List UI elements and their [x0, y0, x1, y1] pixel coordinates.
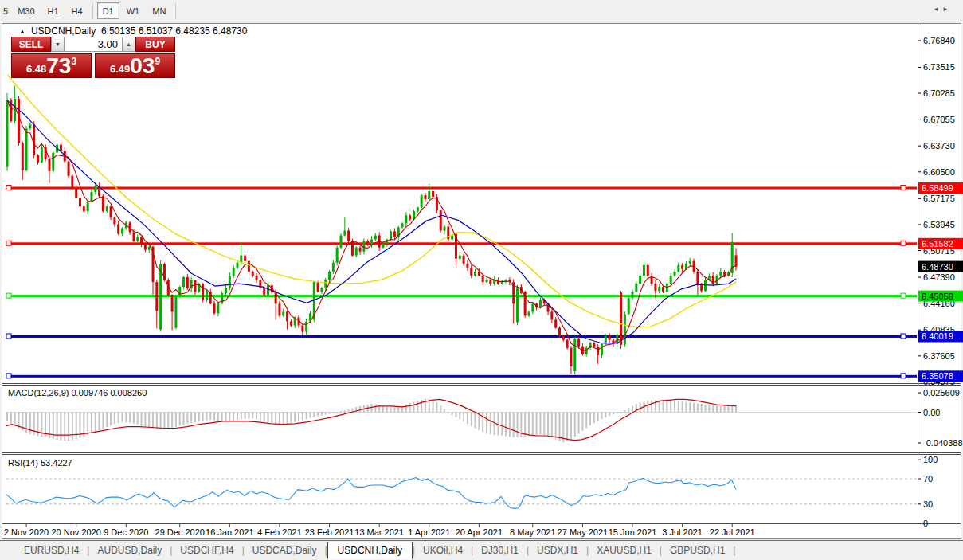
tab-usdchf-h4[interactable]: USDCHF,H4: [172, 542, 241, 558]
rsi-scale-label: 0: [923, 519, 928, 528]
price-level-badge: 6.45059: [922, 292, 953, 301]
line-anchor-handle: [6, 293, 11, 298]
price-tick-label: 6.76840: [923, 36, 955, 45]
line-anchor-handle: [901, 334, 906, 339]
price-tick-label: 6.37605: [923, 351, 955, 361]
line-anchor-handle: [901, 241, 906, 245]
chart-canvas[interactable]: 6.768406.735156.702856.670556.637306.605…: [0, 0, 963, 560]
date-tick-label: 20 Nov 2020: [51, 527, 100, 537]
buy-price-big: 03: [130, 56, 155, 76]
price-level-badge: 6.35078: [922, 371, 953, 381]
price-tick-label: 6.53945: [923, 220, 955, 229]
tab-xauusd-h1[interactable]: XAUUSD,H1: [589, 542, 660, 558]
buy-price-box[interactable]: 6.49 03 9: [95, 53, 175, 78]
macd-scale-label: -0.040388: [923, 438, 963, 448]
volume-increase-button[interactable]: ▲: [122, 37, 135, 52]
sell-price-small: 6.48: [26, 63, 46, 75]
line-anchor-handle: [6, 186, 11, 190]
price-tick-label: 6.67055: [923, 115, 955, 124]
macd-scale-label: 0.025609: [923, 388, 960, 397]
line-anchor-handle: [901, 186, 906, 190]
price-tick-label: 6.47390: [923, 272, 955, 282]
price-level-badge: 6.48730: [922, 262, 953, 272]
tab-ukoil-h4[interactable]: UKOil,H4: [415, 542, 471, 558]
tab-usdcad-daily[interactable]: USDCAD,Daily: [245, 542, 325, 558]
tab-dj30-h1[interactable]: DJ30,H1: [473, 542, 527, 558]
line-anchor-handle: [901, 293, 906, 298]
line-anchor-handle: [6, 334, 11, 339]
app-window: 5M30H1H4D1W1MN 6.768406.735156.702856.67…: [0, 0, 963, 560]
tab-scroll-left-icon: ◄: [933, 6, 942, 13]
date-tick-label: 27 May 2021: [558, 527, 609, 537]
date-tick-label: 22 Jul 2021: [710, 527, 755, 537]
rsi-scale-label: 30: [923, 499, 933, 509]
macd-indicator-label: MACD(12,26,9) 0.009746 0.008260: [8, 388, 147, 397]
tab-gbpusd-h1[interactable]: GBPUSD,H1: [662, 542, 733, 558]
date-tick-label: 15 Jun 2021: [609, 527, 657, 537]
chart-symbol-label: USDCNH,Daily: [31, 25, 96, 37]
one-click-trade-panel: SELL ▼ ▲ BUY 6.48 73 3 6.49 03 9: [11, 37, 175, 78]
symbol-tab-bar: EURUSD,H4|AUDUSD,Daily|USDCHF,H4|USDCAD,…: [0, 540, 963, 560]
sell-price-big: 73: [46, 56, 71, 76]
tab-separator: |: [733, 545, 735, 556]
tab-usdx-h1[interactable]: USDX,H1: [529, 542, 586, 558]
date-tick-label: 2 Nov 2020: [4, 527, 49, 537]
tab-audusd-daily[interactable]: AUDUSD,Daily: [89, 542, 170, 558]
rsi-scale-label: 100: [923, 455, 938, 464]
sell-price-box[interactable]: 6.48 73 3: [11, 53, 92, 78]
date-tick-label: 16 Jan 2021: [206, 527, 254, 537]
line-anchor-handle: [6, 374, 11, 378]
rsi-scale-label: 70: [923, 474, 933, 484]
date-tick-label: 9 Dec 2020: [104, 527, 148, 537]
price-level-badge: 6.51582: [922, 239, 953, 249]
date-tick-label: 29 Dec 2020: [155, 527, 205, 537]
price-tick-label: 6.73515: [923, 62, 955, 72]
sell-button[interactable]: SELL: [11, 37, 51, 52]
date-tick-label: 4 Feb 2021: [257, 527, 302, 537]
date-tick-label: 23 Feb 2021: [305, 527, 354, 537]
date-tick-label: 3 Jul 2021: [662, 527, 703, 537]
tab-eurusd-h4[interactable]: EURUSD,H4: [16, 542, 87, 558]
price-level-badge: 6.40019: [922, 331, 953, 341]
volume-input[interactable]: [65, 37, 122, 52]
price-tick-label: 6.70285: [923, 88, 955, 98]
volume-decrease-button[interactable]: ▼: [51, 37, 65, 52]
collapse-trade-panel-icon[interactable]: ▲: [19, 28, 25, 35]
buy-price-small: 6.49: [110, 63, 130, 75]
tab-usdcnh-daily[interactable]: USDCNH,Daily: [327, 542, 413, 559]
rsi-indicator-label: RSI(14) 53.4227: [8, 458, 72, 468]
buy-price-sup: 9: [155, 56, 160, 67]
buy-button[interactable]: BUY: [135, 37, 175, 52]
date-tick-label: 8 May 2021: [510, 527, 555, 537]
macd-scale-label: 0.00: [923, 408, 940, 417]
tab-scroll-arrows[interactable]: ◄►: [933, 6, 952, 13]
line-anchor-handle: [6, 241, 11, 245]
line-anchor-handle: [901, 374, 906, 378]
date-tick-label: 1 Apr 2021: [408, 527, 450, 537]
sell-price-sup: 3: [71, 56, 76, 67]
chart-ohlc-values: 6.50135 6.51037 6.48235 6.48730: [101, 25, 248, 37]
price-tick-label: 6.57175: [923, 194, 955, 203]
price-tick-label: 6.60500: [923, 167, 955, 177]
chart-title: ▲USDCNH,Daily 6.50135 6.51037 6.48235 6.…: [19, 25, 247, 37]
price-tick-label: 6.63730: [923, 141, 955, 151]
price-level-badge: 6.58499: [922, 183, 953, 193]
tab-scroll-right-icon: ►: [942, 6, 952, 13]
date-tick-label: 13 Mar 2021: [354, 527, 404, 537]
date-tick-label: 20 Apr 2021: [456, 527, 503, 537]
